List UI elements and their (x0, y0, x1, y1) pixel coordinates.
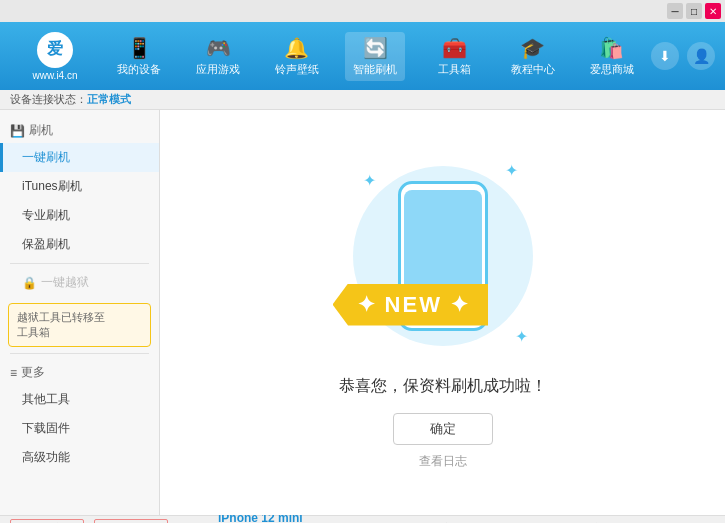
nav-my-device-icon: 📱 (127, 36, 152, 60)
sparkle-top-right: ✦ (505, 161, 518, 180)
logo-subtext: www.i4.cn (32, 70, 77, 81)
status-value: 正常模式 (87, 92, 131, 107)
sidebar-item-other-tools[interactable]: 其他工具 (0, 385, 159, 414)
nav-right-buttons: ⬇ 👤 (651, 42, 715, 70)
minimize-button[interactable]: ─ (667, 3, 683, 19)
nav-ai-shop-icon: 🛍️ (599, 36, 624, 60)
nav-tutorial[interactable]: 🎓 教程中心 (503, 32, 563, 81)
download-button[interactable]: ⬇ (651, 42, 679, 70)
nav-items: 📱 我的设备 🎮 应用游戏 🔔 铃声壁纸 🔄 智能刷机 🧰 工具箱 🎓 教程中心… (100, 32, 651, 81)
bottom-left: 自动敲运 跳过向导 (10, 519, 210, 523)
sidebar-item-pro-flash[interactable]: 专业刷机 (0, 201, 159, 230)
bottom-bar: 自动敲运 跳过向导 iPhone 12 mini 64GB Down-12min… (0, 515, 725, 523)
sidebar-item-advanced[interactable]: 高级功能 (0, 443, 159, 472)
title-bar: ─ □ ✕ (0, 0, 725, 22)
success-text: 恭喜您，保资料刷机成功啦！ (339, 376, 547, 397)
logo-icon: 爱 (37, 32, 73, 68)
user-button[interactable]: 👤 (687, 42, 715, 70)
sidebar-divider-2 (10, 353, 149, 354)
close-button[interactable]: ✕ (705, 3, 721, 19)
nav-app-game[interactable]: 🎮 应用游戏 (188, 32, 248, 81)
content-area: ✦ ✦ ✦ ✦ NEW ✦ 恭喜您，保资料刷机成功啦！ 确定 查看日志 (160, 110, 725, 515)
more-section-icon: ≡ (10, 366, 17, 380)
status-bar: 设备连接状态： 正常模式 (0, 90, 725, 110)
flash-section-icon: 💾 (10, 124, 25, 138)
nav-app-game-icon: 🎮 (206, 36, 231, 60)
sidebar-item-one-click-flash[interactable]: 一键刷机 (0, 143, 159, 172)
nav-smart-flash[interactable]: 🔄 智能刷机 (345, 32, 405, 81)
nav-toolbox-icon: 🧰 (442, 36, 467, 60)
status-label: 设备连接状态： (10, 92, 87, 107)
sparkle-bottom-right: ✦ (515, 327, 528, 346)
nav-my-device[interactable]: 📱 我的设备 (109, 32, 169, 81)
sidebar-item-itunes-flash[interactable]: iTunes刷机 (0, 172, 159, 201)
new-banner: ✦ NEW ✦ (333, 284, 489, 326)
nav-tutorial-icon: 🎓 (520, 36, 545, 60)
nav-toolbox[interactable]: 🧰 工具箱 (424, 32, 484, 81)
main-content: 💾 刷机 一键刷机 iTunes刷机 专业刷机 保盈刷机 🔒 一键越狱 越狱工具… (0, 110, 725, 515)
jailbreak-warning: 越狱工具已转移至工具箱 (8, 303, 151, 347)
sidebar: 💾 刷机 一键刷机 iTunes刷机 专业刷机 保盈刷机 🔒 一键越狱 越狱工具… (0, 110, 160, 515)
sidebar-item-save-flash[interactable]: 保盈刷机 (0, 230, 159, 259)
nav-smart-flash-icon: 🔄 (363, 36, 388, 60)
logo: 爱 www.i4.cn (10, 32, 100, 81)
top-nav: 爱 www.i4.cn 📱 我的设备 🎮 应用游戏 🔔 铃声壁纸 🔄 智能刷机 … (0, 22, 725, 90)
nav-ai-shop[interactable]: 🛍️ 爱思商城 (582, 32, 642, 81)
goto-log-link[interactable]: 查看日志 (419, 453, 467, 470)
nav-ringtone[interactable]: 🔔 铃声壁纸 (267, 32, 327, 81)
maximize-button[interactable]: □ (686, 3, 702, 19)
lock-icon: 🔒 (22, 276, 37, 290)
sidebar-flash-header: 💾 刷机 (0, 116, 159, 143)
sparkle-top-left: ✦ (363, 171, 376, 190)
sidebar-item-download-firmware[interactable]: 下载固件 (0, 414, 159, 443)
auto-jump-checkbox[interactable]: 自动敲运 (10, 519, 84, 523)
nav-ringtone-icon: 🔔 (284, 36, 309, 60)
confirm-button[interactable]: 确定 (393, 413, 493, 445)
sidebar-more-header: ≡ 更多 (0, 358, 159, 385)
sidebar-divider-1 (10, 263, 149, 264)
skip-wizard-checkbox[interactable]: 跳过向导 (94, 519, 168, 523)
phone-illustration: ✦ ✦ ✦ ✦ NEW ✦ (343, 156, 543, 356)
sidebar-jailbreak-header: 🔒 一键越狱 (0, 268, 159, 297)
